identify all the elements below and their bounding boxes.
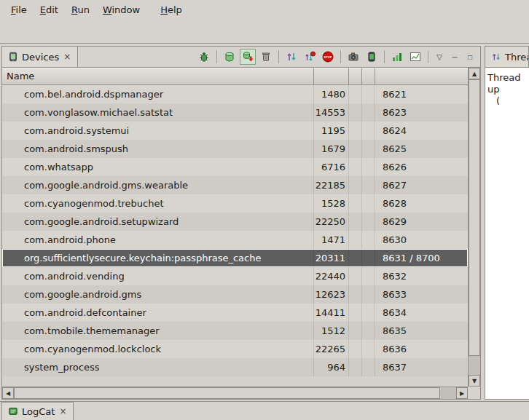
cell-port: 8631 / 8700 — [375, 249, 468, 267]
vertical-scroll-thumb[interactable] — [469, 79, 480, 356]
tab-logcat[interactable]: LogCat × — [1, 402, 74, 420]
scroll-up-icon[interactable]: ▲ — [469, 68, 480, 79]
workbench: Devices × — [0, 44, 529, 401]
cell-port: 8623 — [375, 103, 468, 122]
dump-hprof-icon[interactable] — [240, 49, 256, 65]
threads-panel: Threads Thread up ( — [485, 46, 529, 400]
column-header-pid[interactable] — [314, 68, 349, 85]
horizontal-scrollbar[interactable]: ◀ ▶ — [2, 387, 468, 399]
cell-empty-3 — [349, 249, 362, 267]
menu-edit[interactable]: Edit — [34, 2, 65, 17]
cell-port: 8629 — [375, 213, 468, 231]
cell-pid: 22250 — [314, 213, 349, 231]
vertical-scrollbar[interactable]: ▲ ▼ — [468, 68, 480, 387]
column-header-name[interactable]: Name — [2, 68, 314, 85]
cell-port: 8627 — [375, 176, 468, 194]
cell-port: 8624 — [375, 122, 468, 140]
table-row[interactable]: com.google.android.setupwizard 22250 862… — [2, 213, 468, 231]
debug-process-icon[interactable] — [196, 49, 212, 65]
column-header-4[interactable] — [362, 68, 375, 85]
cell-port: 8630 — [375, 231, 468, 249]
cell-empty-3 — [349, 304, 362, 322]
table-row[interactable]: com.android.systemui 1195 8624 — [2, 122, 468, 140]
device-table-body: com.bel.android.dspmanager 1480 8621 com… — [2, 85, 468, 387]
view-menu-icon[interactable]: ▽ — [433, 49, 446, 64]
cell-port: 8636 — [375, 340, 468, 358]
tab-devices-close-icon[interactable]: × — [63, 52, 71, 62]
horizontal-scroll-thumb[interactable] — [14, 387, 440, 399]
table-row[interactable]: com.android.phone 1471 8630 — [2, 231, 468, 249]
cell-pid: 1528 — [314, 194, 349, 213]
tab-logcat-close-icon[interactable]: × — [58, 406, 67, 416]
toolbar-separator — [278, 50, 279, 63]
cell-process-name: system_process — [2, 358, 314, 376]
cell-pid: 22265 — [314, 340, 349, 358]
graph-icon[interactable] — [407, 49, 423, 65]
table-row[interactable]: com.android.vending 22440 8632 — [2, 267, 468, 285]
cell-pid: 964 — [314, 358, 349, 376]
cell-process-name: com.google.android.gms — [2, 285, 314, 304]
cell-empty-4 — [362, 231, 375, 249]
menu-help[interactable]: Help — [154, 2, 189, 17]
table-header: Name — [2, 68, 468, 85]
cell-empty-4 — [362, 194, 375, 213]
table-row[interactable]: com.cyanogenmod.trebuchet 1528 8628 — [2, 194, 468, 213]
threads-message: Thread up ( — [485, 68, 529, 399]
cell-empty-4 — [362, 285, 375, 304]
cell-process-name: com.cyanogenmod.trebuchet — [2, 194, 314, 213]
screen-capture-icon[interactable] — [345, 49, 361, 65]
table-row[interactable]: com.google.android.gms 12623 8633 — [2, 285, 468, 304]
update-threads-icon[interactable] — [283, 49, 299, 65]
cell-port: 8626 — [375, 158, 468, 176]
sysinfo-icon[interactable] — [389, 49, 405, 65]
devices-view-header: Devices × — [2, 47, 480, 68]
table-row[interactable]: com.tmobile.thememanager 1512 8635 — [2, 322, 468, 340]
minimize-icon[interactable]: ─ — [448, 49, 461, 64]
cell-empty-4 — [362, 103, 375, 122]
cell-empty-4 — [362, 304, 375, 322]
menu-file[interactable]: File — [4, 2, 34, 17]
toolbar-separator — [428, 50, 428, 63]
table-row[interactable]: org.sufficientlysecure.keychain:passphra… — [2, 249, 468, 267]
tab-devices[interactable]: Devices × — [2, 47, 78, 67]
cause-gc-icon[interactable] — [258, 49, 274, 65]
table-row[interactable]: com.android.smspush 1679 8625 — [2, 140, 468, 158]
scroll-down-icon[interactable]: ▼ — [469, 375, 480, 387]
cell-process-name: org.sufficientlysecure.keychain:passphra… — [2, 249, 314, 267]
table-row[interactable]: com.whatsapp 6716 8626 — [2, 158, 468, 176]
screen-record-icon[interactable] — [364, 49, 380, 65]
cell-pid: 6716 — [314, 158, 349, 176]
table-row[interactable]: system_process 964 8637 — [2, 358, 468, 376]
method-profiling-icon[interactable] — [302, 49, 318, 65]
table-row[interactable]: com.cyanogenmod.lockclock 22265 8636 — [2, 340, 468, 358]
stop-process-icon[interactable]: STOP — [320, 49, 336, 65]
threads-icon — [491, 52, 501, 62]
devices-toolbar: STOP ▽ ─ □ — [196, 47, 480, 67]
column-header-port[interactable] — [375, 68, 468, 85]
cell-pid: 20311 — [314, 249, 349, 267]
cell-empty-3 — [349, 122, 362, 140]
maximize-icon[interactable]: □ — [463, 49, 477, 64]
update-heap-icon[interactable] — [222, 49, 238, 65]
cell-port: 8625 — [375, 140, 468, 158]
threads-view-header: Threads — [485, 47, 529, 68]
scroll-right-icon[interactable]: ▶ — [456, 387, 468, 399]
menu-run[interactable]: Run — [65, 2, 96, 17]
cell-port: 8633 — [375, 285, 468, 304]
cell-empty-3 — [349, 213, 362, 231]
cell-process-name: com.android.vending — [2, 267, 314, 285]
table-row[interactable]: com.google.android.gms.wearable 22185 86… — [2, 176, 468, 194]
tab-threads[interactable]: Threads — [485, 47, 529, 67]
table-row[interactable]: com.android.defcontainer 14411 8634 — [2, 304, 468, 322]
column-header-3[interactable] — [349, 68, 362, 85]
cell-empty-3 — [349, 285, 362, 304]
table-row[interactable]: com.bel.android.dspmanager 1480 8621 — [2, 85, 468, 103]
cell-port: 8635 — [375, 322, 468, 340]
logcat-strip: LogCat × — [0, 401, 529, 420]
cell-process-name: com.android.defcontainer — [2, 304, 314, 322]
cell-pid: 12623 — [314, 285, 349, 304]
cell-process-name: com.android.systemui — [2, 122, 314, 140]
scroll-left-icon[interactable]: ◀ — [2, 387, 14, 399]
menu-window[interactable]: Window — [96, 2, 146, 17]
table-row[interactable]: com.vonglasow.michael.satstat 14553 8623 — [2, 103, 468, 122]
